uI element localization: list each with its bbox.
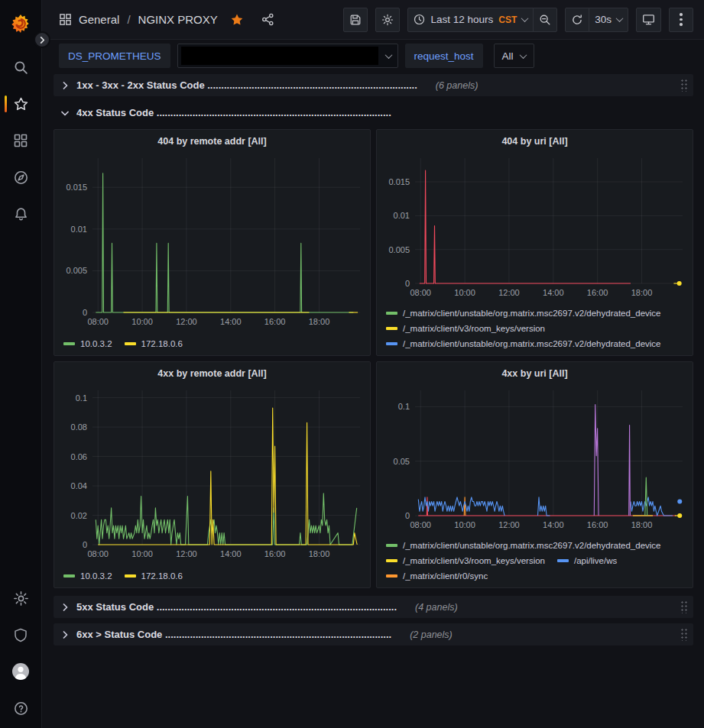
svg-text:0.005: 0.005 bbox=[388, 245, 410, 254]
panel-title[interactable]: 404 by uri [All] bbox=[377, 130, 693, 149]
svg-text:08:00: 08:00 bbox=[410, 520, 431, 529]
svg-text:0.015: 0.015 bbox=[66, 183, 87, 192]
dashboard-title[interactable]: NGINX PROXY bbox=[138, 13, 218, 26]
sidebar bbox=[0, 0, 42, 728]
legend-item[interactable]: /api/live/ws bbox=[557, 556, 617, 565]
row-title: 5xx Status Code ........................… bbox=[76, 601, 397, 613]
legend-item[interactable]: /_matrix/client/r0/sync bbox=[386, 571, 488, 581]
legend-item[interactable]: 172.18.0.6 bbox=[125, 571, 183, 581]
share-button[interactable] bbox=[261, 13, 274, 26]
dashboard-settings-gear-icon bbox=[381, 14, 394, 26]
svg-text:0.005: 0.005 bbox=[66, 266, 87, 275]
zoom-out-icon bbox=[539, 14, 551, 26]
search-icon bbox=[13, 60, 29, 76]
legend-item[interactable]: /_matrix/client/unstable/org.matrix.msc2… bbox=[386, 541, 661, 550]
svg-text:0.01: 0.01 bbox=[394, 211, 410, 220]
svg-text:0.08: 0.08 bbox=[71, 422, 87, 432]
variable-label-ds-prometheus[interactable]: DS_PROMETHEUS bbox=[59, 44, 170, 68]
dashboard-settings-button[interactable] bbox=[375, 8, 400, 32]
sidebar-item-profile[interactable] bbox=[0, 653, 42, 690]
refresh-icon bbox=[571, 14, 583, 26]
variable-select-ds-prometheus[interactable] bbox=[177, 44, 398, 68]
legend-item[interactable]: 10.0.3.2 bbox=[63, 571, 112, 581]
legend-item[interactable]: /sw.js bbox=[557, 354, 595, 355]
legend-row: /_matrix/client/v3/room_keys/version/sw.… bbox=[386, 351, 689, 355]
legend-item[interactable]: /_matrix/client/unstable/org.matrix.msc2… bbox=[386, 309, 661, 318]
svg-text:0.015: 0.015 bbox=[388, 177, 410, 186]
timeseries-chart[interactable]: 08:0010:0012:0014:0016:0018:0000.050.1 bbox=[381, 381, 689, 535]
cycle-view-mode-button[interactable] bbox=[636, 8, 661, 32]
chart-legend: /_matrix/client/unstable/org.matrix.msc2… bbox=[377, 303, 693, 355]
svg-text:16:00: 16:00 bbox=[264, 317, 286, 326]
svg-text:12:00: 12:00 bbox=[498, 288, 520, 297]
sidebar-item-dashboards[interactable] bbox=[0, 122, 42, 159]
legend-item[interactable]: /_matrix/client/unstable/org.matrix.msc2… bbox=[386, 339, 661, 348]
row-drag-handle[interactable] bbox=[680, 628, 688, 641]
row-5xx[interactable]: 5xx Status Code ........................… bbox=[54, 596, 693, 618]
legend-row: 10.0.3.2172.18.0.6 bbox=[63, 567, 367, 584]
svg-text:0: 0 bbox=[83, 308, 87, 317]
breadcrumb-section[interactable]: General bbox=[79, 13, 119, 26]
legend-item[interactable]: /_matrix/client/v3/room_keys/version bbox=[386, 354, 545, 355]
chart-legend: /_matrix/client/unstable/org.matrix.msc2… bbox=[377, 535, 693, 587]
svg-text:0.04: 0.04 bbox=[71, 481, 87, 490]
sidebar-item-help[interactable] bbox=[0, 690, 42, 726]
panel-title[interactable]: 404 by remote addr [All] bbox=[54, 130, 370, 149]
sidebar-item-settings[interactable] bbox=[0, 580, 42, 616]
legend-item[interactable]: 10.0.3.2 bbox=[63, 339, 112, 348]
navbar-actions: Last 12 hours CST bbox=[343, 8, 693, 32]
refresh-interval-label: 30s bbox=[595, 14, 612, 25]
legend-series-swatch bbox=[63, 574, 75, 578]
favorite-star-button[interactable] bbox=[230, 13, 244, 27]
row-drag-handle[interactable] bbox=[680, 600, 688, 613]
svg-text:12:00: 12:00 bbox=[176, 317, 197, 326]
sidebar-item-server-admin[interactable] bbox=[0, 616, 42, 653]
svg-text:16:00: 16:00 bbox=[587, 288, 608, 297]
legend-series-swatch bbox=[386, 342, 397, 345]
save-dashboard-button[interactable] bbox=[343, 8, 368, 32]
svg-text:0.01: 0.01 bbox=[71, 225, 87, 234]
refresh-interval-picker[interactable]: 30s bbox=[589, 8, 628, 32]
svg-text:18:00: 18:00 bbox=[309, 549, 330, 558]
time-range-picker[interactable]: Last 12 hours CST bbox=[407, 8, 534, 32]
help-icon bbox=[13, 700, 29, 717]
legend-item[interactable]: /_matrix/client/unstable/org.matrix.msc2… bbox=[386, 587, 661, 587]
timeseries-chart[interactable]: 08:0010:0012:0014:0016:0018:0000.0050.01… bbox=[381, 149, 689, 303]
breadcrumb-separator: / bbox=[126, 13, 131, 26]
more-options-button[interactable] bbox=[669, 8, 693, 32]
grafana-logo-icon bbox=[11, 14, 31, 34]
legend-item[interactable]: /_matrix/client/v3/room_keys/version bbox=[386, 324, 545, 333]
legend-series-swatch bbox=[386, 544, 397, 547]
zoom-out-time-button[interactable] bbox=[533, 8, 557, 32]
row-drag-handle[interactable] bbox=[680, 79, 688, 92]
legend-row: /_matrix/client/r0/sync bbox=[386, 568, 689, 584]
sidebar-item-explore[interactable] bbox=[0, 159, 42, 196]
sidebar-item-search[interactable] bbox=[0, 49, 42, 86]
panel-title[interactable]: 4xx by uri [All] bbox=[377, 362, 693, 381]
panel-404-by-uri: 404 by uri [All] 08:0010:0012:0014:0016:… bbox=[376, 129, 693, 356]
svg-text:08:00: 08:00 bbox=[410, 288, 431, 297]
legend-row: /_matrix/client/unstable/org.matrix.msc2… bbox=[386, 306, 689, 321]
sidebar-item-alerting[interactable] bbox=[0, 196, 42, 232]
legend-item[interactable]: /_matrix/client/v3/room_keys/version bbox=[386, 556, 545, 565]
legend-series-label: 10.0.3.2 bbox=[80, 339, 112, 348]
timeseries-chart[interactable]: 08:0010:0012:0014:0016:0018:0000.0050.01… bbox=[59, 149, 367, 332]
svg-text:0: 0 bbox=[405, 279, 410, 288]
row-6xx[interactable]: 6xx > Status Code ......................… bbox=[54, 623, 693, 645]
panel-title[interactable]: 4xx by remote addr [All] bbox=[54, 362, 370, 381]
row-1xx-3xx-2xx[interactable]: 1xx - 3xx - 2xx Status Code ............… bbox=[54, 74, 693, 96]
sidebar-item-starred[interactable] bbox=[0, 86, 42, 122]
svg-text:14:00: 14:00 bbox=[220, 317, 242, 326]
explore-compass-icon bbox=[13, 170, 29, 186]
refresh-button[interactable] bbox=[565, 8, 589, 32]
svg-text:16:00: 16:00 bbox=[264, 549, 286, 558]
timeseries-chart[interactable]: 08:0010:0012:0014:0016:0018:0000.020.040… bbox=[59, 381, 367, 565]
variable-label-request-host[interactable]: request_host bbox=[405, 44, 483, 68]
row-panel-count: (2 panels) bbox=[410, 629, 453, 640]
svg-text:0.02: 0.02 bbox=[71, 511, 87, 520]
row-4xx[interactable]: 4xx Status Code ........................… bbox=[54, 102, 693, 124]
legend-series-swatch bbox=[386, 327, 397, 330]
variable-select-request-host[interactable]: All bbox=[494, 44, 534, 68]
legend-item[interactable]: 172.18.0.6 bbox=[125, 339, 183, 348]
sidebar-expand-button[interactable] bbox=[34, 31, 50, 48]
